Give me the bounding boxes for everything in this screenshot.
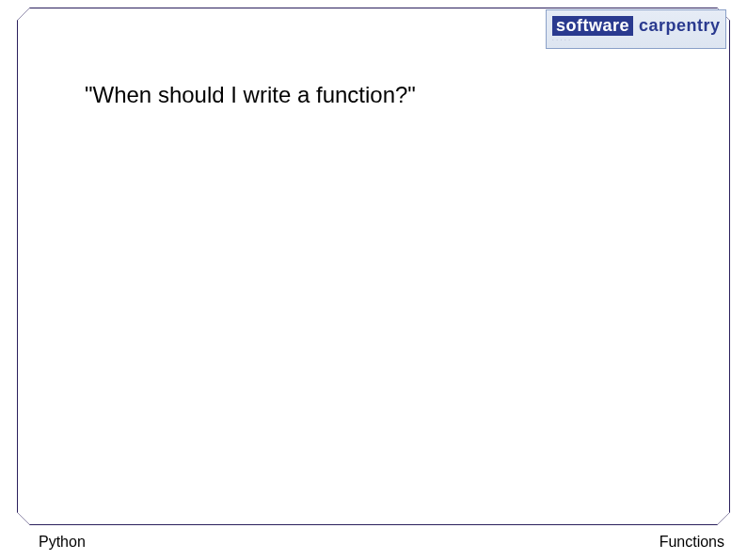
footer-right: Functions <box>660 534 724 551</box>
corner-tl <box>17 8 36 26</box>
slide-headline: "When should I write a function?" <box>85 82 416 108</box>
logo-word-carpentry: carpentry <box>639 17 721 34</box>
corner-br <box>711 506 730 525</box>
footer-left: Python <box>39 534 86 551</box>
svg-line-3 <box>717 512 730 525</box>
svg-line-0 <box>17 8 30 21</box>
logo-tagline: · · · · · <box>552 37 720 42</box>
logo-word-software: software <box>552 16 633 36</box>
svg-line-2 <box>17 512 30 525</box>
logo-title-row: software carpentry <box>552 16 720 36</box>
logo-badge: software carpentry · · · · · <box>546 9 726 49</box>
corner-bl <box>17 506 36 525</box>
